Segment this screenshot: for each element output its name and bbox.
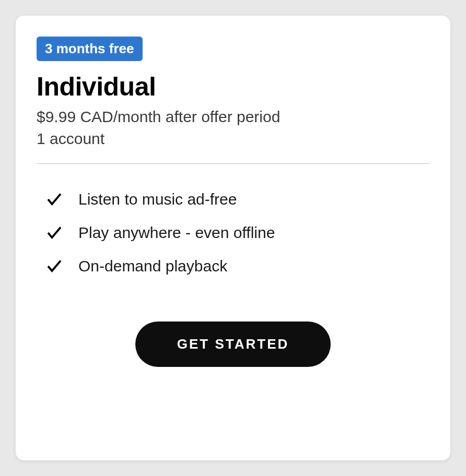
pricing-card: 3 months free Individual $9.99 CAD/month… — [16, 16, 450, 460]
plan-price: $9.99 CAD/month after offer period — [37, 108, 429, 126]
get-started-button[interactable]: GET STARTED — [135, 322, 331, 367]
feature-text: On-demand playback — [78, 257, 227, 275]
list-item: Play anywhere - even offline — [45, 223, 429, 242]
list-item: Listen to music ad-free — [45, 190, 429, 209]
list-item: On-demand playback — [45, 257, 429, 276]
feature-text: Listen to music ad-free — [78, 191, 237, 208]
check-icon — [45, 223, 64, 242]
plan-accounts: 1 account — [37, 130, 429, 148]
check-icon — [45, 190, 64, 209]
divider — [37, 163, 429, 164]
check-icon — [45, 257, 64, 276]
promo-badge: 3 months free — [37, 37, 143, 61]
cta-container: GET STARTED — [37, 322, 429, 367]
plan-title: Individual — [37, 72, 429, 102]
feature-list: Listen to music ad-free Play anywhere - … — [37, 190, 429, 290]
feature-text: Play anywhere - even offline — [78, 224, 275, 242]
